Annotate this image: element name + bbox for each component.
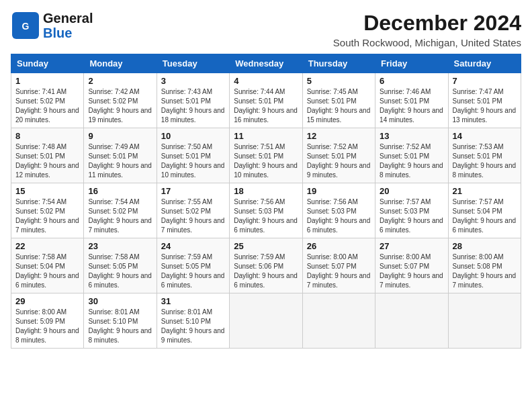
table-row	[375, 293, 448, 349]
table-row: 23 Sunrise: 7:58 AM Sunset: 5:05 PM Dayl…	[84, 238, 157, 293]
table-row: 24 Sunrise: 7:59 AM Sunset: 5:05 PM Dayl…	[157, 238, 229, 293]
sunrise-label: Sunrise: 7:57 AM	[453, 198, 504, 205]
sunrise-label: Sunrise: 7:53 AM	[453, 143, 504, 150]
sunset-label: Sunset: 5:02 PM	[88, 97, 138, 105]
sunset-label: Sunset: 5:03 PM	[307, 208, 357, 215]
table-row: 15 Sunrise: 7:54 AM Sunset: 5:02 PM Dayl…	[11, 183, 84, 238]
col-thursday: Thursday	[302, 54, 375, 73]
table-row: 30 Sunrise: 8:01 AM Sunset: 5:10 PM Dayl…	[84, 293, 157, 349]
daylight-label: Daylight: 9 hours and 19 minutes.	[88, 107, 152, 124]
daylight-label: Daylight: 9 hours and 20 minutes.	[15, 107, 79, 124]
day-info: Sunrise: 8:01 AM Sunset: 5:10 PM Dayligh…	[88, 308, 152, 345]
table-row: 26 Sunrise: 8:00 AM Sunset: 5:07 PM Dayl…	[302, 238, 375, 293]
day-info: Sunrise: 7:42 AM Sunset: 5:02 PM Dayligh…	[88, 87, 152, 125]
day-number: 7	[453, 76, 517, 86]
sunrise-label: Sunrise: 7:56 AM	[307, 198, 358, 205]
sunrise-label: Sunrise: 7:59 AM	[161, 253, 212, 261]
table-row: 11 Sunrise: 7:51 AM Sunset: 5:01 PM Dayl…	[230, 128, 302, 183]
sunset-label: Sunset: 5:03 PM	[380, 208, 429, 215]
table-row: 18 Sunrise: 7:56 AM Sunset: 5:03 PM Dayl…	[230, 183, 302, 238]
daylight-label: Daylight: 9 hours and 14 minutes.	[380, 107, 443, 124]
table-row: 19 Sunrise: 7:56 AM Sunset: 5:03 PM Dayl…	[302, 183, 375, 238]
day-number: 14	[453, 131, 517, 141]
day-number: 9	[88, 131, 152, 141]
calendar-row: 1 Sunrise: 7:41 AM Sunset: 5:02 PM Dayli…	[11, 73, 521, 128]
day-number: 4	[234, 76, 298, 86]
day-number: 28	[453, 241, 517, 251]
sunset-label: Sunset: 5:01 PM	[380, 97, 429, 105]
sunset-label: Sunset: 5:01 PM	[307, 97, 357, 105]
day-info: Sunrise: 7:59 AM Sunset: 5:06 PM Dayligh…	[234, 253, 298, 290]
sunrise-label: Sunrise: 7:54 AM	[15, 198, 66, 205]
day-info: Sunrise: 7:52 AM Sunset: 5:01 PM Dayligh…	[380, 142, 443, 180]
day-number: 18	[234, 186, 298, 196]
sunrise-label: Sunrise: 7:57 AM	[380, 198, 431, 205]
day-number: 26	[307, 241, 371, 251]
table-row: 8 Sunrise: 7:48 AM Sunset: 5:01 PM Dayli…	[11, 128, 84, 183]
daylight-label: Daylight: 9 hours and 8 minutes.	[380, 162, 443, 179]
sunrise-label: Sunrise: 8:00 AM	[15, 308, 66, 316]
sunset-label: Sunset: 5:04 PM	[453, 208, 502, 215]
sunset-label: Sunset: 5:02 PM	[15, 97, 65, 105]
sunset-label: Sunset: 5:05 PM	[161, 263, 211, 270]
daylight-label: Daylight: 9 hours and 6 minutes.	[161, 272, 225, 289]
col-wednesday: Wednesday	[230, 54, 302, 73]
logo-icon: G	[11, 11, 40, 40]
day-info: Sunrise: 7:56 AM Sunset: 5:03 PM Dayligh…	[307, 197, 371, 235]
col-monday: Monday	[84, 54, 157, 73]
sunrise-label: Sunrise: 7:42 AM	[88, 88, 139, 95]
sunset-label: Sunset: 5:04 PM	[15, 263, 65, 270]
sunrise-label: Sunrise: 7:47 AM	[453, 88, 504, 95]
sunrise-label: Sunrise: 8:00 AM	[307, 253, 358, 261]
table-row: 14 Sunrise: 7:53 AM Sunset: 5:01 PM Dayl…	[448, 128, 521, 183]
calendar-row: 29 Sunrise: 8:00 AM Sunset: 5:09 PM Dayl…	[11, 293, 521, 349]
daylight-label: Daylight: 9 hours and 7 minutes.	[380, 272, 443, 289]
table-row: 7 Sunrise: 7:47 AM Sunset: 5:01 PM Dayli…	[448, 73, 521, 128]
sunset-label: Sunset: 5:10 PM	[161, 318, 211, 325]
day-number: 17	[161, 186, 225, 196]
sunrise-label: Sunrise: 7:49 AM	[88, 143, 139, 150]
table-row: 4 Sunrise: 7:44 AM Sunset: 5:01 PM Dayli…	[230, 73, 302, 128]
day-number: 10	[161, 131, 225, 141]
table-row: 1 Sunrise: 7:41 AM Sunset: 5:02 PM Dayli…	[11, 73, 84, 128]
day-number: 3	[161, 76, 225, 86]
table-row: 22 Sunrise: 7:58 AM Sunset: 5:04 PM Dayl…	[11, 238, 84, 293]
day-number: 15	[15, 186, 79, 196]
daylight-label: Daylight: 9 hours and 8 minutes.	[453, 162, 517, 179]
day-info: Sunrise: 7:54 AM Sunset: 5:02 PM Dayligh…	[88, 197, 152, 235]
day-info: Sunrise: 7:58 AM Sunset: 5:05 PM Dayligh…	[88, 253, 152, 290]
sunrise-label: Sunrise: 7:48 AM	[15, 143, 66, 150]
daylight-label: Daylight: 9 hours and 18 minutes.	[161, 107, 225, 124]
calendar-header-row: Sunday Monday Tuesday Wednesday Thursday…	[11, 54, 521, 73]
day-number: 20	[380, 186, 443, 196]
day-info: Sunrise: 8:01 AM Sunset: 5:10 PM Dayligh…	[161, 308, 225, 345]
daylight-label: Daylight: 9 hours and 7 minutes.	[453, 272, 517, 289]
day-info: Sunrise: 7:59 AM Sunset: 5:05 PM Dayligh…	[161, 253, 225, 290]
day-info: Sunrise: 8:00 AM Sunset: 5:07 PM Dayligh…	[307, 253, 371, 290]
sunrise-label: Sunrise: 8:01 AM	[88, 308, 139, 316]
day-number: 19	[307, 186, 371, 196]
day-number: 1	[15, 76, 79, 86]
daylight-label: Daylight: 9 hours and 6 minutes.	[380, 217, 443, 234]
sunrise-label: Sunrise: 7:46 AM	[380, 88, 431, 95]
day-info: Sunrise: 8:00 AM Sunset: 5:09 PM Dayligh…	[15, 308, 79, 345]
sunset-label: Sunset: 5:02 PM	[88, 208, 138, 215]
day-number: 27	[380, 241, 443, 251]
daylight-label: Daylight: 9 hours and 11 minutes.	[88, 162, 152, 179]
sunrise-label: Sunrise: 7:56 AM	[234, 198, 285, 205]
day-info: Sunrise: 7:45 AM Sunset: 5:01 PM Dayligh…	[307, 87, 371, 125]
day-info: Sunrise: 7:53 AM Sunset: 5:01 PM Dayligh…	[453, 142, 517, 180]
daylight-label: Daylight: 9 hours and 8 minutes.	[88, 327, 152, 344]
day-info: Sunrise: 7:43 AM Sunset: 5:01 PM Dayligh…	[161, 87, 225, 125]
sunset-label: Sunset: 5:06 PM	[234, 263, 283, 270]
table-row: 28 Sunrise: 8:00 AM Sunset: 5:08 PM Dayl…	[448, 238, 521, 293]
daylight-label: Daylight: 9 hours and 6 minutes.	[234, 272, 298, 289]
calendar-row: 15 Sunrise: 7:54 AM Sunset: 5:02 PM Dayl…	[11, 183, 521, 238]
day-info: Sunrise: 7:52 AM Sunset: 5:01 PM Dayligh…	[307, 142, 371, 180]
day-number: 30	[88, 296, 152, 306]
day-number: 6	[380, 76, 443, 86]
sunrise-label: Sunrise: 7:44 AM	[234, 88, 285, 95]
daylight-label: Daylight: 9 hours and 10 minutes.	[234, 162, 298, 179]
sunrise-label: Sunrise: 7:54 AM	[88, 198, 139, 205]
day-number: 23	[88, 241, 152, 251]
